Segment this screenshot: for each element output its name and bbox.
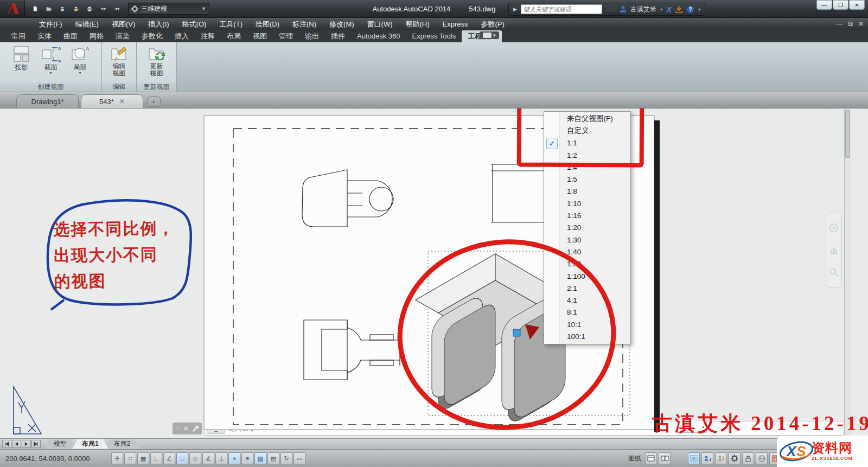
edit-view-button[interactable]: 编辑视图 xyxy=(105,44,133,77)
ortho-mode-icon[interactable]: ∟ xyxy=(150,452,162,464)
scale-menu-item[interactable]: 2:1 xyxy=(544,282,630,294)
tab-close-icon[interactable]: ✕ xyxy=(119,98,125,105)
redo-caret-icon[interactable]: ▾ xyxy=(117,7,119,11)
ribbon-tab[interactable]: 输出 xyxy=(299,30,325,42)
doc-close-icon[interactable]: ✕ xyxy=(858,18,864,30)
auto-annotate-icon[interactable] xyxy=(715,452,727,464)
ribbon-tab[interactable]: 参数化 xyxy=(136,30,169,42)
detail-button[interactable]: A 局部 ▾ xyxy=(66,44,94,75)
workspace-switch-gear-icon[interactable] xyxy=(729,452,741,464)
object-snap-tracking-icon[interactable]: ∡ xyxy=(202,452,214,464)
transparency-icon[interactable]: ▨ xyxy=(254,452,266,464)
scale-menu-item[interactable]: 1:8 xyxy=(544,185,630,197)
scale-menu-item[interactable]: 4:1 xyxy=(544,294,630,306)
ribbon-tab[interactable]: 布局 xyxy=(221,30,247,42)
selection-cycling-icon[interactable]: ↻ xyxy=(280,452,292,464)
user-caret-icon[interactable]: ▾ xyxy=(660,7,662,12)
scale-menu-item[interactable]: 1:40 xyxy=(544,246,630,258)
scale-menu-item[interactable]: 来自父视图(F) xyxy=(544,113,630,125)
object-snap-icon[interactable]: □ xyxy=(176,452,188,464)
grid-display-icon[interactable]: ▦ xyxy=(137,452,149,464)
minimize-button[interactable]: — xyxy=(816,0,832,10)
panel-label-update[interactable]: 更新视图 xyxy=(137,82,176,92)
new-drawing-tab-button[interactable]: ◐ xyxy=(148,96,161,107)
scale-menu-item[interactable]: 1:20 xyxy=(544,222,630,234)
infocenter-expand-icon[interactable]: ▶ xyxy=(513,7,517,12)
scale-menu-item[interactable]: 1:2 xyxy=(544,149,630,161)
workspace-selector[interactable]: 三维建模 ▼ xyxy=(128,3,209,15)
scale-menu-item[interactable]: 100:1 xyxy=(544,330,630,342)
menu-item[interactable]: 参数(P) xyxy=(475,18,511,30)
pan-hand-icon[interactable] xyxy=(829,245,839,255)
doc-restore-icon[interactable]: ⧉ xyxy=(848,18,853,30)
dynamic-ucs-icon[interactable]: ⊥ xyxy=(215,452,227,464)
undo-icon[interactable]: ▾ xyxy=(97,3,109,15)
help-icon[interactable]: ? xyxy=(686,5,694,14)
menu-item[interactable]: 视图(V) xyxy=(105,18,142,30)
lock-icon[interactable] xyxy=(742,452,754,464)
doc-minimize-icon[interactable]: — xyxy=(836,18,843,30)
vertical-scrollbar[interactable] xyxy=(844,108,851,438)
open-file-icon[interactable] xyxy=(43,3,55,15)
3d-object-snap-icon[interactable]: ◇ xyxy=(189,452,201,464)
ribbon-tab[interactable]: 常用 xyxy=(5,30,31,42)
scale-menu-item[interactable]: 1:10 xyxy=(544,197,630,209)
scale-menu-item[interactable]: 1:1 xyxy=(544,137,630,149)
search-binoculars-icon[interactable] xyxy=(606,5,616,13)
update-view-button[interactable]: 更新视图 xyxy=(143,44,171,77)
quick-view-layouts-icon[interactable] xyxy=(645,452,657,464)
annotation-visibility-icon[interactable]: A xyxy=(701,452,713,464)
ribbon-tab[interactable]: 插入 xyxy=(169,30,195,42)
quick-view-drawings-icon[interactable] xyxy=(659,452,671,464)
next-layout-icon[interactable] xyxy=(22,440,31,448)
navigation-bar[interactable] xyxy=(826,213,842,287)
scale-menu-item[interactable]: 10:1 xyxy=(544,318,630,330)
tab-model[interactable]: 模型 xyxy=(44,439,76,449)
snap-mode-icon[interactable]: ∷ xyxy=(124,452,136,464)
save-icon[interactable] xyxy=(56,3,68,15)
menu-item[interactable]: 编辑(E) xyxy=(69,18,105,30)
new-file-icon[interactable] xyxy=(29,3,41,15)
menu-item[interactable]: 插入(I) xyxy=(142,18,175,30)
scale-menu-item[interactable]: 8:1 xyxy=(544,306,630,318)
detail-dropdown-icon[interactable]: ▾ xyxy=(79,71,81,75)
panel-label-create[interactable]: 创建视图 xyxy=(0,82,101,92)
tab-543[interactable]: 543* ✕ xyxy=(81,94,143,108)
scale-menu-item[interactable]: 1:16 xyxy=(544,209,630,221)
dynamic-input-icon[interactable]: ＋ xyxy=(228,452,240,464)
save-as-icon[interactable] xyxy=(70,3,82,15)
ribbon-tab[interactable]: Autodesk 360 xyxy=(351,30,406,42)
ribbon-tab[interactable]: 渲染 xyxy=(110,30,136,42)
scale-menu-item[interactable]: 1:100 xyxy=(544,270,630,282)
menu-item[interactable]: Express xyxy=(436,18,475,30)
zoom-icon[interactable] xyxy=(829,267,839,277)
app-menu-button[interactable] xyxy=(0,1,25,17)
steering-wheel-icon[interactable] xyxy=(829,223,839,233)
command-customize-wrench-icon[interactable] xyxy=(192,425,199,432)
tab-layout2[interactable]: 布局2 xyxy=(104,439,141,449)
command-drag-grip[interactable]: ∷ xyxy=(176,425,180,431)
ribbon-tab[interactable]: 插件 xyxy=(325,30,351,42)
tab-drawing1[interactable]: Drawing1* ✕ xyxy=(16,94,79,108)
infer-constraints-icon[interactable]: ✛ xyxy=(111,452,123,464)
command-scroll-button[interactable]: ▴ xyxy=(678,420,707,433)
polar-tracking-icon[interactable]: ∠ xyxy=(163,452,175,464)
command-prompt-button[interactable]: >_ ▾ xyxy=(207,423,225,434)
search-input[interactable] xyxy=(521,4,602,14)
prev-layout-icon[interactable] xyxy=(12,440,21,448)
download-apps-icon[interactable] xyxy=(675,6,682,13)
section-dropdown-icon[interactable]: ▾ xyxy=(49,71,52,75)
ribbon-tab[interactable]: Express Tools xyxy=(406,30,462,42)
command-input[interactable]: >_ ▾ 键入命令 ▴ xyxy=(204,421,844,436)
restore-button[interactable]: ❐ xyxy=(833,0,848,10)
ribbon-display-toggle[interactable]: ▾ xyxy=(480,31,499,39)
menu-item[interactable]: 绘图(D) xyxy=(249,18,286,30)
redo-icon[interactable]: ▾ xyxy=(111,3,123,15)
signin-user-name[interactable]: 古滇艾米 xyxy=(630,5,656,14)
projection-button[interactable]: 投影 xyxy=(8,44,36,71)
command-close-icon[interactable]: ✕ xyxy=(183,425,188,432)
ribbon-tab[interactable]: 视图 xyxy=(247,30,273,42)
ribbon-tab[interactable]: 曲面 xyxy=(58,30,84,42)
panel-label-edit[interactable]: 编辑 xyxy=(102,82,136,92)
scale-menu-item[interactable]: 自定义 xyxy=(544,125,630,137)
